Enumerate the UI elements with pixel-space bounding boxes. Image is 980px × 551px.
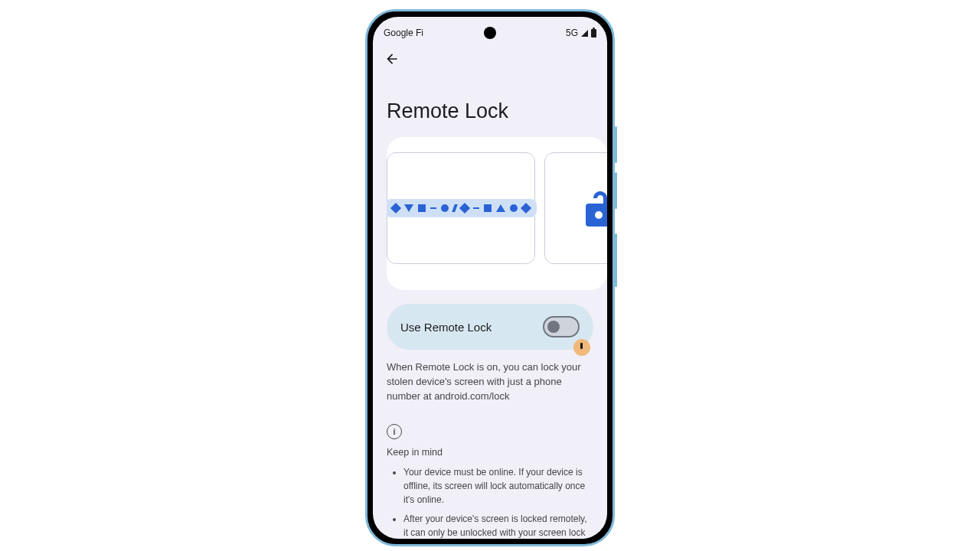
- shape-diamond-icon: [390, 203, 401, 214]
- shape-diamond-icon: [521, 203, 531, 214]
- volume-up-button[interactable]: [615, 126, 617, 163]
- signal-icon: [581, 30, 588, 37]
- toggle-label: Use Remote Lock: [400, 321, 492, 334]
- battery-icon: [591, 29, 596, 37]
- arrow-left-icon: [384, 51, 400, 67]
- svg-point-1: [595, 211, 603, 219]
- use-remote-lock-toggle[interactable]: Use Remote Lock: [387, 304, 593, 350]
- keep-in-mind-title: Keep in mind: [387, 447, 593, 458]
- volume-down-button[interactable]: [615, 172, 617, 209]
- power-button[interactable]: [615, 233, 617, 287]
- switch-knob: [547, 321, 560, 333]
- shape-dash-icon: [430, 207, 436, 209]
- stage: Google Fi 5G Remote Lock: [0, 0, 980, 551]
- unlocked-card: [544, 152, 607, 264]
- illustration-card: [387, 137, 607, 290]
- list-item: Your device must be online. If your devi…: [403, 465, 593, 507]
- passcode-chip: [387, 199, 537, 217]
- shape-square-icon: [418, 204, 426, 212]
- shape-circle-icon: [441, 204, 449, 212]
- shape-slash-icon: [452, 204, 458, 212]
- shape-triangle-icon: [404, 204, 413, 212]
- shape-square-icon: [484, 204, 492, 212]
- keep-in-mind-list: Your device must be online. If your devi…: [387, 465, 593, 539]
- phone-frame: Google Fi 5G Remote Lock: [365, 9, 615, 546]
- content: Remote Lock: [373, 99, 607, 539]
- shape-circle-icon: [510, 204, 518, 212]
- info-icon: i: [387, 424, 402, 439]
- shape-triangle-up-icon: [496, 204, 505, 212]
- touch-indicator-icon: [573, 339, 590, 356]
- carrier-label: Google Fi: [384, 28, 423, 38]
- back-button[interactable]: [384, 51, 400, 67]
- description-text: When Remote Lock is on, you can lock you…: [387, 360, 593, 404]
- shape-diamond-icon: [459, 203, 470, 214]
- switch-track: [543, 316, 580, 337]
- shape-dash-icon: [473, 207, 479, 209]
- passcode-card: [387, 152, 535, 264]
- unlock-icon: [581, 188, 607, 228]
- front-camera: [484, 27, 496, 39]
- list-item: After your device's screen is locked rem…: [403, 512, 593, 539]
- screen: Google Fi 5G Remote Lock: [373, 17, 607, 539]
- network-label: 5G: [566, 28, 578, 38]
- status-right: 5G: [566, 28, 596, 38]
- page-title: Remote Lock: [387, 99, 593, 123]
